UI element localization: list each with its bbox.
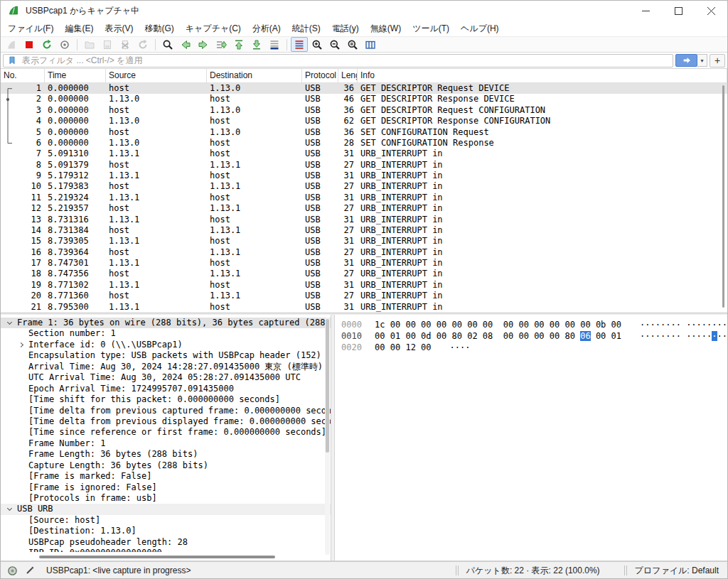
menu-help[interactable]: ヘルプ(H)	[455, 21, 505, 36]
restart-capture-icon[interactable]	[38, 37, 55, 52]
menu-view[interactable]: 表示(V)	[99, 21, 139, 36]
detail-tree-item[interactable]: [Destination: 1.13.0]	[1, 526, 331, 536]
zoom-out-icon[interactable]	[326, 37, 343, 52]
detail-tree-item[interactable]: Frame Length: 36 bytes (288 bits)	[1, 449, 331, 460]
menu-wireless[interactable]: 無線(W)	[365, 21, 407, 36]
chevron-right-icon[interactable]	[18, 342, 23, 347]
detail-tree-item[interactable]: Frame Number: 1	[1, 438, 331, 449]
capture-options-icon[interactable]	[56, 37, 73, 52]
go-forward-icon[interactable]	[195, 37, 212, 52]
apply-filter-dropdown[interactable]: ▾	[697, 54, 707, 67]
packet-row[interactable]: 115.2193241.13.1hostUSB31URB_INTERRUPT i…	[1, 193, 727, 203]
packet-row[interactable]: 20.0000001.13.0hostUSB46GET DESCRIPTOR R…	[1, 94, 727, 104]
menu-file[interactable]: ファイル(F)	[2, 21, 59, 36]
column-header-no[interactable]: No.	[1, 69, 45, 82]
add-filter-button[interactable]: +	[710, 54, 725, 67]
cell-time: 5.091310	[45, 148, 106, 159]
cell-length: 46	[338, 94, 358, 104]
detail-tree-item[interactable]: Epoch Arrival Time: 1724995707.091435000	[1, 384, 331, 394]
packet-row[interactable]: 168.739364host1.13.1USB27URB_INTERRUPT i…	[1, 247, 727, 258]
detail-tree-item[interactable]: [Time delta from previous displayed fram…	[1, 416, 331, 427]
chevron-down-icon[interactable]	[7, 506, 12, 511]
packet-row[interactable]: 178.7473011.13.1hostUSB31URB_INTERRUPT i…	[1, 258, 727, 269]
menu-capture[interactable]: キャプチャ(C)	[180, 21, 247, 36]
detail-tree-item[interactable]: UTC Arrival Time: Aug 30, 2024 05:28:27.…	[1, 372, 331, 383]
detail-tree-item[interactable]: [Source: host]	[1, 515, 331, 526]
auto-scroll-icon[interactable]	[266, 37, 283, 52]
detail-tree-item[interactable]: [Time since reference or first frame: 0.…	[1, 427, 331, 438]
menu-edit[interactable]: 編集(E)	[59, 21, 99, 36]
detail-horizontal-scrollbar[interactable]	[39, 556, 275, 558]
apply-filter-button[interactable]	[675, 54, 697, 67]
minimize-button[interactable]	[629, 1, 662, 21]
column-header-protocol[interactable]: Protocol	[302, 69, 338, 82]
detail-vertical-scrollbar[interactable]	[325, 318, 330, 555]
zoom-in-icon[interactable]	[309, 37, 326, 52]
detail-tree-item[interactable]: Section number: 1	[1, 328, 331, 339]
packet-row[interactable]: 75.0913101.13.1hostUSB31URB_INTERRUPT in	[1, 148, 727, 159]
detail-tree-item[interactable]: Interface id: 0 (\\.\USBPcap1)	[1, 340, 331, 350]
detail-tree-item[interactable]: IRP ID: 0x0000000000000000	[1, 548, 331, 552]
find-packet-icon[interactable]	[159, 37, 176, 52]
go-to-packet-icon[interactable]	[213, 37, 230, 52]
display-filter-input[interactable]: 表示フィルタ ... <Ctrl-/> を適用	[3, 54, 673, 67]
packet-list-scrollbar[interactable]	[720, 83, 727, 313]
go-back-icon[interactable]	[177, 37, 194, 52]
column-header-time[interactable]: Time	[45, 69, 106, 82]
menu-go[interactable]: 移動(G)	[139, 21, 179, 36]
packet-row[interactable]: 158.7393051.13.1hostUSB31URB_INTERRUPT i…	[1, 236, 727, 247]
maximize-button[interactable]	[662, 1, 695, 21]
packet-row[interactable]: 138.7313161.13.1hostUSB31URB_INTERRUPT i…	[1, 215, 727, 225]
packet-row[interactable]: 218.7953001.13.1hostUSB31URB_INTERRUPT i…	[1, 302, 727, 313]
packet-row[interactable]: 10.000000host1.13.0USB36GET DESCRIPTOR R…	[1, 83, 727, 94]
packet-row[interactable]: 208.771360host1.13.1USB27URB_INTERRUPT i…	[1, 291, 727, 301]
detail-tree-item[interactable]: USBPcap pseudoheader length: 28	[1, 537, 331, 548]
column-header-length[interactable]: Length	[338, 69, 358, 82]
packet-row[interactable]: 85.091379host1.13.1USB27URB_INTERRUPT in	[1, 160, 727, 171]
capture-comment-icon[interactable]	[23, 565, 36, 577]
packet-row[interactable]: 125.219357host1.13.1USB27URB_INTERRUPT i…	[1, 203, 727, 214]
chevron-down-icon[interactable]	[7, 320, 12, 325]
detail-tree-item[interactable]: [Time shift for this packet: 0.000000000…	[1, 394, 331, 405]
column-header-info[interactable]: Info	[358, 69, 727, 82]
packet-row[interactable]: 148.731384host1.13.1USB27URB_INTERRUPT i…	[1, 225, 727, 236]
packet-row[interactable]: 105.179383host1.13.1USB27URB_INTERRUPT i…	[1, 181, 727, 192]
packet-row[interactable]: 40.0000001.13.0hostUSB62GET DESCRIPTOR R…	[1, 116, 727, 126]
selected-byte[interactable]: 06	[580, 331, 590, 341]
detail-tree-item[interactable]: [Protocols in frame: usb]	[1, 493, 331, 504]
hex-row[interactable]: 002000 00 12 00····	[341, 342, 727, 353]
menu-telephony[interactable]: 電話(y)	[326, 21, 365, 36]
packet-row[interactable]: 198.7713021.13.1hostUSB31URB_INTERRUPT i…	[1, 280, 727, 291]
stop-capture-icon[interactable]	[21, 37, 38, 52]
menu-tools[interactable]: ツール(T)	[407, 21, 455, 36]
hex-row[interactable]: 00001c 00 00 00 00 00 00 00 00 00 00 00 …	[341, 319, 727, 330]
menu-analyze[interactable]: 分析(A)	[247, 21, 287, 36]
detail-tree-item[interactable]: Capture Length: 36 bytes (288 bits)	[1, 460, 331, 471]
filter-bookmark-icon[interactable]	[7, 55, 17, 65]
packet-row[interactable]: 50.000000host1.13.0USB36SET CONFIGURATIO…	[1, 127, 727, 138]
column-header-source[interactable]: Source	[106, 69, 207, 82]
profile-text[interactable]: プロファイル: Default	[635, 565, 719, 577]
packet-row[interactable]: 60.0000001.13.0hostUSB28SET CONFIGURATIO…	[1, 138, 727, 148]
detail-tree-item[interactable]: USB URB	[1, 504, 331, 514]
colorize-icon[interactable]	[291, 37, 308, 52]
detail-tree-item[interactable]: [Frame is marked: False]	[1, 471, 331, 482]
close-button[interactable]	[695, 1, 727, 21]
expert-info-icon[interactable]	[6, 565, 18, 577]
selected-ascii-char[interactable]: ·	[712, 331, 717, 341]
detail-tree-item[interactable]: [Time delta from previous captured frame…	[1, 406, 331, 416]
go-last-icon[interactable]	[248, 37, 265, 52]
detail-tree-item[interactable]: Arrival Time: Aug 30, 2024 14:28:27.0914…	[1, 362, 331, 372]
hex-row[interactable]: 001000 01 00 0d 00 80 02 08 00 00 00 00 …	[341, 330, 727, 342]
menu-statistics[interactable]: 統計(S)	[287, 21, 326, 36]
resize-columns-icon[interactable]	[362, 37, 379, 52]
column-header-destination[interactable]: Destination	[207, 69, 302, 82]
packet-row[interactable]: 95.1793121.13.1hostUSB31URB_INTERRUPT in	[1, 171, 727, 181]
detail-tree-item[interactable]: [Frame is ignored: False]	[1, 482, 331, 493]
go-first-icon[interactable]	[230, 37, 247, 52]
packet-row[interactable]: 30.000000host1.13.0USB36GET DESCRIPTOR R…	[1, 105, 727, 116]
zoom-reset-icon[interactable]	[344, 37, 361, 52]
packet-row[interactable]: 188.747356host1.13.1USB27URB_INTERRUPT i…	[1, 269, 727, 279]
detail-tree-item[interactable]: Encapsulation type: USB packets with USB…	[1, 350, 331, 361]
detail-tree-item[interactable]: Frame 1: 36 bytes on wire (288 bits), 36…	[1, 318, 331, 328]
